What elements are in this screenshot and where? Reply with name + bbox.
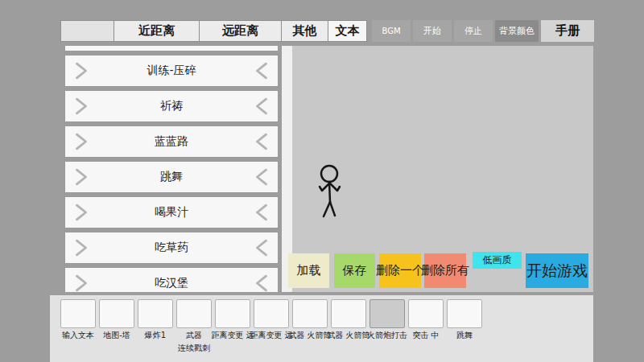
chevron-right-icon[interactable] <box>75 274 88 292</box>
timeline-strip: 输入文本 地图-塔 爆炸1 武器 连续戳刺 距离变更 远 距离变 <box>50 295 593 362</box>
timeline-slot[interactable] <box>331 299 366 328</box>
action-label: 训练-压碎 <box>88 64 255 78</box>
timeline-slot[interactable] <box>292 299 328 328</box>
stick-figure <box>313 158 347 221</box>
chevron-left-icon[interactable] <box>255 204 268 221</box>
action-row[interactable] <box>64 46 279 51</box>
tab-melee[interactable]: 近距离 <box>114 20 200 42</box>
chevron-left-icon[interactable] <box>255 239 268 257</box>
chevron-right-icon[interactable] <box>75 97 88 115</box>
timeline-label: 跳舞 <box>456 331 473 341</box>
timeline-slot[interactable] <box>60 299 96 328</box>
save-button[interactable]: 保存 <box>334 253 375 288</box>
chevron-right-icon[interactable] <box>75 204 88 221</box>
timeline-label: 距离变更 远 <box>250 331 292 341</box>
action-row[interactable]: 跳舞 <box>64 161 279 193</box>
chevron-right-icon[interactable] <box>75 168 88 186</box>
timeline-item[interactable]: 跳舞 <box>447 299 482 353</box>
timeline-label: 连续戳刺 <box>178 343 210 354</box>
tab-strip-lead <box>60 20 114 42</box>
action-label: 吃汉堡 <box>88 276 255 290</box>
action-row[interactable]: 训练-压碎 <box>64 55 279 87</box>
timeline-slot[interactable] <box>447 299 482 328</box>
action-label: 喝果汁 <box>88 205 255 220</box>
load-button[interactable]: 加载 <box>288 253 329 288</box>
timeline-item[interactable]: 地图-塔 <box>99 299 134 353</box>
timeline-label: 武器 火箭筒 <box>288 331 331 341</box>
start-button[interactable]: 开始 <box>413 20 452 42</box>
delete-all-button[interactable]: 删除所有 <box>424 253 466 288</box>
background-color-button[interactable]: 背景颜色 <box>495 20 539 42</box>
stop-button[interactable]: 停止 <box>454 20 493 42</box>
action-label: 跳舞 <box>88 170 255 184</box>
timeline-label: 武器 火箭筒 <box>327 331 369 341</box>
timeline-slot[interactable] <box>99 299 134 328</box>
chevron-left-icon[interactable] <box>255 133 268 150</box>
bgm-button[interactable]: BGM <box>372 20 411 42</box>
timeline-item[interactable]: 距离变更 远 <box>215 299 250 353</box>
action-label: 祈祷 <box>88 99 255 113</box>
timeline-slot[interactable] <box>138 299 173 328</box>
low-quality-button[interactable]: 低画质 <box>473 252 522 269</box>
timeline-slot[interactable] <box>176 299 212 328</box>
timeline-slot[interactable] <box>254 299 289 328</box>
timeline-item[interactable]: 火箭炮打击 <box>369 299 405 353</box>
chevron-right-icon[interactable] <box>75 133 88 150</box>
action-list-panel: 训练-压碎 祈祷 蓝蓝路 跳舞 喝果汁 <box>64 46 292 292</box>
timeline-label: 输入文本 <box>62 331 94 341</box>
timeline-label: 地图-塔 <box>103 331 130 341</box>
timeline-item[interactable]: 武器 火箭筒 <box>292 299 328 353</box>
timeline-items: 输入文本 地图-塔 爆炸1 武器 连续戳刺 距离变更 远 距离变 <box>60 299 482 353</box>
timeline-label: 火箭炮打击 <box>367 331 407 341</box>
action-label: 吃草药 <box>88 241 255 255</box>
action-list: 训练-压碎 祈祷 蓝蓝路 跳舞 喝果汁 <box>64 46 279 292</box>
timeline-slot[interactable] <box>408 299 444 328</box>
action-row[interactable]: 喝果汁 <box>64 196 279 228</box>
timeline-label: 距离变更 远 <box>211 331 254 341</box>
delete-one-button[interactable]: 删除一个 <box>379 253 421 288</box>
timeline-label: 突击 中 <box>412 331 439 341</box>
timeline-label: 武器 <box>186 331 202 341</box>
action-row[interactable]: 吃草药 <box>64 232 279 264</box>
tab-other[interactable]: 其他 <box>281 20 328 42</box>
timeline-item[interactable]: 爆炸1 <box>138 299 173 353</box>
chevron-left-icon[interactable] <box>255 97 268 115</box>
chevron-right-icon[interactable] <box>75 62 88 80</box>
chevron-left-icon[interactable] <box>255 62 268 80</box>
timeline-item[interactable]: 武器 火箭筒 <box>331 299 366 353</box>
action-label: 蓝蓝路 <box>88 134 255 149</box>
timeline-label: 爆炸1 <box>145 331 166 341</box>
timeline-item[interactable]: 突击 中 <box>408 299 444 353</box>
chevron-left-icon[interactable] <box>255 168 268 186</box>
timeline-item[interactable]: 距离变更 远 <box>254 299 289 353</box>
timeline-item[interactable]: 武器 连续戳刺 <box>176 299 212 353</box>
action-row[interactable]: 祈祷 <box>64 90 279 122</box>
timeline-slot-selected[interactable] <box>369 299 405 328</box>
timeline-item[interactable]: 输入文本 <box>60 299 96 353</box>
chevron-right-icon[interactable] <box>75 239 88 257</box>
tab-ranged[interactable]: 远距离 <box>199 20 282 42</box>
action-row[interactable]: 蓝蓝路 <box>64 125 279 158</box>
timeline-slot[interactable] <box>215 299 250 328</box>
screen: 近距离 远距离 其他 文本 BGM 开始 停止 背景颜色 手册 <box>0 0 644 362</box>
start-game-button[interactable]: 开始游戏 <box>526 253 588 288</box>
manual-button[interactable]: 手册 <box>541 20 594 42</box>
action-row[interactable]: 吃汉堡 <box>64 267 279 292</box>
tab-text[interactable]: 文本 <box>328 20 367 42</box>
chevron-left-icon[interactable] <box>255 274 268 292</box>
